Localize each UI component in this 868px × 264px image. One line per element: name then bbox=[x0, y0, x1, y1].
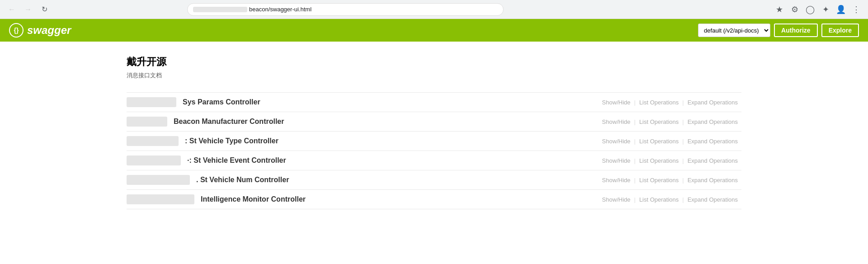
controller-item: Intelligence Monitor ControllerShow/Hide… bbox=[127, 189, 741, 209]
back-button[interactable]: ← bbox=[5, 3, 18, 16]
list-operations-link[interactable]: List Operations bbox=[636, 99, 682, 106]
show-hide-link[interactable]: Show/Hide bbox=[599, 196, 634, 203]
expand-operations-link[interactable]: Expand Operations bbox=[684, 118, 741, 125]
controller-badge bbox=[127, 97, 176, 107]
controller-name: . St Vehicle Num Controller bbox=[196, 176, 599, 184]
globe-icon[interactable]: ◯ bbox=[804, 3, 816, 16]
browser-chrome: ← → ↻ beacon/swagger-ui.html ★ ⚙ ◯ ✦ 👤 ⋮ bbox=[0, 0, 868, 19]
controller-list: Sys Params ControllerShow/Hide|List Oper… bbox=[127, 92, 741, 209]
expand-operations-link[interactable]: Expand Operations bbox=[684, 138, 741, 145]
expand-operations-link[interactable]: Expand Operations bbox=[684, 99, 741, 106]
controller-actions: Show/Hide|List Operations|Expand Operati… bbox=[599, 138, 741, 145]
swagger-logo-icon: {} bbox=[9, 23, 24, 38]
controller-actions: Show/Hide|List Operations|Expand Operati… bbox=[599, 196, 741, 203]
list-operations-link[interactable]: List Operations bbox=[636, 138, 682, 145]
url-text: beacon/swagger-ui.html bbox=[249, 6, 311, 13]
swagger-logo-symbol: {} bbox=[14, 27, 19, 34]
controller-badge bbox=[127, 175, 190, 185]
controller-name: : St Vehicle Type Controller bbox=[185, 137, 599, 145]
expand-operations-link[interactable]: Expand Operations bbox=[684, 196, 741, 203]
show-hide-link[interactable]: Show/Hide bbox=[599, 99, 634, 106]
controller-item: ·: St Vehicle Event ControllerShow/Hide|… bbox=[127, 151, 741, 170]
list-operations-link[interactable]: List Operations bbox=[636, 196, 682, 203]
show-hide-link[interactable]: Show/Hide bbox=[599, 138, 634, 145]
api-select[interactable]: default (/v2/api-docs) bbox=[698, 24, 770, 37]
controller-badge bbox=[127, 194, 194, 204]
swagger-logo: {} swagger bbox=[9, 23, 71, 38]
browser-icons: ★ ⚙ ◯ ✦ 👤 ⋮ bbox=[773, 3, 863, 16]
controller-actions: Show/Hide|List Operations|Expand Operati… bbox=[599, 177, 741, 184]
swagger-header: {} swagger default (/v2/api-docs) Author… bbox=[0, 19, 868, 42]
show-hide-link[interactable]: Show/Hide bbox=[599, 157, 634, 164]
menu-icon[interactable]: ⋮ bbox=[850, 3, 863, 16]
url-blur-prefix bbox=[193, 7, 247, 12]
main-content: 戴升开源 消息接口文档 Sys Params ControllerShow/Hi… bbox=[0, 42, 868, 223]
swagger-controls: default (/v2/api-docs) Authorize Explore bbox=[698, 24, 859, 37]
controller-actions: Show/Hide|List Operations|Expand Operati… bbox=[599, 118, 741, 125]
list-operations-link[interactable]: List Operations bbox=[636, 177, 682, 184]
show-hide-link[interactable]: Show/Hide bbox=[599, 118, 634, 125]
controller-actions: Show/Hide|List Operations|Expand Operati… bbox=[599, 157, 741, 164]
expand-operations-link[interactable]: Expand Operations bbox=[684, 157, 741, 164]
controller-item: . St Vehicle Num ControllerShow/Hide|Lis… bbox=[127, 170, 741, 189]
controller-item: Sys Params ControllerShow/Hide|List Oper… bbox=[127, 92, 741, 112]
controller-badge bbox=[127, 117, 167, 127]
controller-badge bbox=[127, 156, 181, 165]
controller-name: Intelligence Monitor Controller bbox=[201, 195, 599, 203]
authorize-button[interactable]: Authorize bbox=[774, 24, 818, 37]
api-description: 消息接口文档 bbox=[127, 71, 741, 80]
list-operations-link[interactable]: List Operations bbox=[636, 118, 682, 125]
controller-actions: Show/Hide|List Operations|Expand Operati… bbox=[599, 99, 741, 106]
extensions-icon[interactable]: ⚙ bbox=[788, 3, 801, 16]
controller-name: ·: St Vehicle Event Controller bbox=[187, 156, 599, 165]
reload-button[interactable]: ↻ bbox=[38, 3, 51, 16]
controller-item: Beacon Manufacturer ControllerShow/Hide|… bbox=[127, 112, 741, 131]
profile-icon[interactable]: 👤 bbox=[835, 3, 847, 16]
controller-badge bbox=[127, 136, 179, 146]
address-bar[interactable]: beacon/swagger-ui.html bbox=[187, 3, 504, 16]
list-operations-link[interactable]: List Operations bbox=[636, 157, 682, 164]
controller-name: Beacon Manufacturer Controller bbox=[174, 118, 599, 126]
show-hide-link[interactable]: Show/Hide bbox=[599, 177, 634, 184]
bookmark-icon[interactable]: ★ bbox=[773, 3, 786, 16]
expand-operations-link[interactable]: Expand Operations bbox=[684, 177, 741, 184]
api-title: 戴升开源 bbox=[127, 55, 741, 69]
puzzle-icon[interactable]: ✦ bbox=[819, 3, 832, 16]
forward-button[interactable]: → bbox=[22, 3, 34, 16]
explore-button[interactable]: Explore bbox=[821, 24, 859, 37]
controller-item: : St Vehicle Type ControllerShow/Hide|Li… bbox=[127, 131, 741, 151]
swagger-brand: swagger bbox=[27, 24, 71, 37]
controller-name: Sys Params Controller bbox=[183, 98, 599, 106]
